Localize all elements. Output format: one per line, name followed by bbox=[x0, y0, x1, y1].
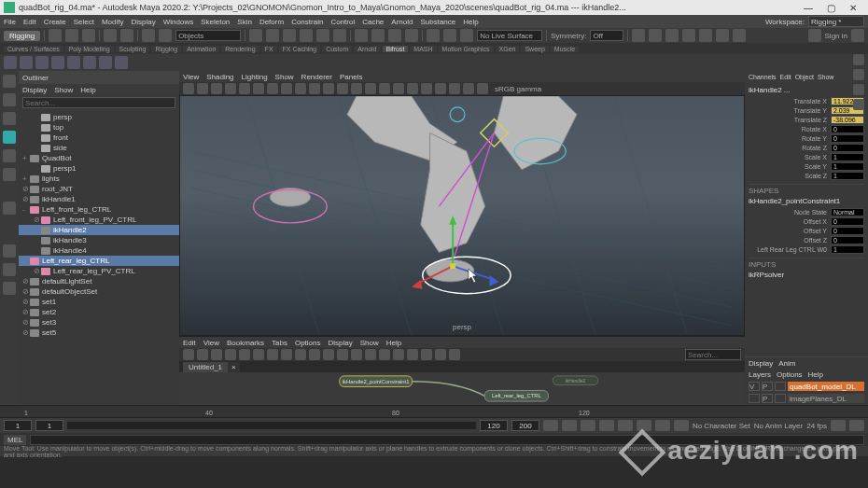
display-layer-row[interactable]: V P quadBot_model_DL bbox=[745, 381, 868, 392]
range-slider[interactable] bbox=[67, 422, 476, 429]
outliner-item[interactable]: ⊘set5 bbox=[19, 328, 179, 338]
cb-tab-channels[interactable]: Channels bbox=[749, 74, 777, 80]
open-scene-icon[interactable] bbox=[65, 29, 78, 42]
vp-select-camera-icon[interactable] bbox=[183, 83, 194, 94]
outliner-item[interactable]: +QuadBot bbox=[19, 153, 179, 163]
snap-plane-icon[interactable] bbox=[300, 29, 313, 42]
vp-colorspace-label[interactable]: sRGB gamma bbox=[495, 85, 541, 93]
channel-attr-row[interactable]: Offset X0 bbox=[749, 216, 864, 226]
ne-frame-sel-icon[interactable] bbox=[295, 349, 306, 360]
play-forward-icon[interactable] bbox=[618, 420, 633, 431]
vp-aa-icon[interactable] bbox=[421, 83, 432, 94]
shelf-item-icon[interactable] bbox=[99, 56, 112, 69]
outliner-search-input[interactable] bbox=[22, 97, 175, 108]
snap-grid-icon[interactable] bbox=[249, 29, 262, 42]
menu-modify[interactable]: Modify bbox=[102, 18, 124, 26]
ne-simple-icon[interactable] bbox=[337, 349, 348, 360]
ne-output-icon[interactable] bbox=[211, 349, 222, 360]
layer-name[interactable]: imagePlanes_DL bbox=[788, 394, 864, 403]
node-editor-graph[interactable]: ikHandle2_pointConstraint1 Left_rear_leg… bbox=[179, 372, 745, 405]
step-back-key-icon[interactable] bbox=[562, 420, 577, 431]
ne-menu-bookmarks[interactable]: Bookmarks bbox=[227, 339, 264, 347]
ne-grid-icon[interactable] bbox=[393, 349, 404, 360]
cb-node-name[interactable]: ikHandle2 ... bbox=[749, 86, 864, 94]
go-to-end-icon[interactable] bbox=[674, 420, 689, 431]
ne-remove-icon[interactable] bbox=[239, 349, 250, 360]
ne-menu-tabs[interactable]: Tabs bbox=[272, 339, 287, 347]
outliner-item[interactable]: -Left_front_leg_CTRL bbox=[19, 204, 179, 215]
vp-resolution-gate-icon[interactable] bbox=[295, 83, 306, 94]
outliner-item[interactable]: persp bbox=[19, 112, 179, 122]
menu-windows[interactable]: Windows bbox=[163, 18, 193, 26]
outliner-item[interactable]: front bbox=[19, 132, 179, 143]
magnet-icon[interactable] bbox=[460, 29, 473, 42]
outliner-item[interactable]: ⊘root_JNT bbox=[19, 184, 179, 194]
menu-cache[interactable]: Cache bbox=[362, 18, 384, 26]
ne-tab[interactable]: Untitled_1 bbox=[183, 362, 228, 372]
light-editor-icon[interactable] bbox=[699, 29, 712, 42]
shelf-tab-poly[interactable]: Poly Modeling bbox=[65, 46, 114, 52]
ne-tab-close-icon[interactable]: × bbox=[228, 362, 240, 372]
vp-isolate-icon[interactable] bbox=[463, 83, 474, 94]
shelf-tab-anim[interactable]: Animation bbox=[183, 46, 219, 52]
outliner-item[interactable]: ⊘Left_rear_leg_PV_CTRL bbox=[19, 266, 179, 276]
menu-create[interactable]: Create bbox=[44, 18, 66, 26]
content-browser-icon[interactable] bbox=[716, 29, 729, 42]
anim-start-field[interactable]: 1 bbox=[4, 420, 32, 431]
shelf-tab-arnold[interactable]: Arnold bbox=[354, 46, 380, 52]
menu-file[interactable]: File bbox=[4, 18, 16, 26]
select-tool-icon[interactable] bbox=[3, 75, 16, 88]
outliner-item[interactable]: ikHandle4 bbox=[19, 245, 179, 256]
hypershade-icon[interactable] bbox=[665, 29, 679, 42]
menu-substance[interactable]: Substance bbox=[420, 18, 455, 26]
ne-menu-options[interactable]: Options bbox=[295, 339, 321, 347]
channel-attr-row[interactable]: Translate Z-38.096 bbox=[749, 115, 864, 124]
ne-sync-icon[interactable] bbox=[323, 349, 334, 360]
vp-wireframe-icon[interactable] bbox=[323, 83, 334, 94]
outliner-item[interactable]: ⊘ikHandle1 bbox=[19, 194, 179, 204]
outliner-item[interactable]: ⊘defaultObjectSet bbox=[19, 286, 179, 297]
layer-type-toggle[interactable] bbox=[775, 382, 786, 391]
shelf-tab-bifrost[interactable]: Bifrost bbox=[383, 46, 409, 52]
layout-persp-outliner-icon[interactable] bbox=[3, 282, 16, 295]
vp-image-plane-icon[interactable] bbox=[225, 83, 236, 94]
vp-shadows-icon[interactable] bbox=[379, 83, 390, 94]
layer-playback-toggle[interactable]: P bbox=[762, 394, 773, 403]
move-tool-icon[interactable] bbox=[3, 131, 16, 144]
ne-connected-icon[interactable] bbox=[351, 349, 362, 360]
shelf-tab-custom[interactable]: Custom bbox=[322, 46, 352, 52]
menu-display[interactable]: Display bbox=[132, 18, 156, 26]
ne-pin-icon[interactable] bbox=[309, 349, 320, 360]
character-set-selector[interactable]: No Character Set bbox=[693, 422, 750, 430]
snap-center-icon[interactable] bbox=[333, 29, 346, 42]
shelf-tab-fxcache[interactable]: FX Caching bbox=[279, 46, 321, 52]
outliner-item[interactable]: persp1 bbox=[19, 163, 179, 174]
vp-shaded-icon[interactable] bbox=[337, 83, 348, 94]
new-scene-icon[interactable] bbox=[49, 29, 62, 42]
outliner-item[interactable]: +lights bbox=[19, 174, 179, 184]
vp-lights-icon[interactable] bbox=[365, 83, 376, 94]
command-input[interactable] bbox=[30, 435, 864, 445]
ne-snapshot-icon[interactable] bbox=[449, 349, 460, 360]
ne-all-icon[interactable] bbox=[365, 349, 376, 360]
adobe-icon[interactable] bbox=[733, 29, 746, 42]
outliner-menu-display[interactable]: Display bbox=[22, 86, 47, 94]
outliner-toggle-icon[interactable] bbox=[632, 29, 645, 42]
outliner-item[interactable]: side bbox=[19, 143, 179, 153]
paint-select-tool-icon[interactable] bbox=[3, 112, 16, 125]
channel-attr-row[interactable]: Node StateNormal bbox=[749, 207, 864, 216]
minimize-button[interactable]: — bbox=[797, 0, 819, 15]
shelf-item-icon[interactable] bbox=[20, 56, 33, 69]
menu-control[interactable]: Control bbox=[330, 18, 355, 26]
scale-tool-icon[interactable] bbox=[3, 168, 16, 181]
menu-deform[interactable]: Deform bbox=[259, 18, 284, 26]
cb-shape-node[interactable]: ikHandle2_pointConstraint1 bbox=[749, 197, 864, 205]
ne-clear-icon[interactable] bbox=[253, 349, 264, 360]
outliner-item[interactable]: ⊘set2 bbox=[19, 307, 179, 317]
outliner-menu-help[interactable]: Help bbox=[80, 86, 95, 94]
menu-skeleton[interactable]: Skeleton bbox=[201, 18, 230, 26]
shelf-item-icon[interactable] bbox=[115, 56, 128, 69]
shelf-item-icon[interactable] bbox=[4, 56, 17, 69]
render-settings-icon[interactable] bbox=[405, 29, 418, 42]
symmetry-field[interactable]: Off bbox=[590, 30, 623, 41]
